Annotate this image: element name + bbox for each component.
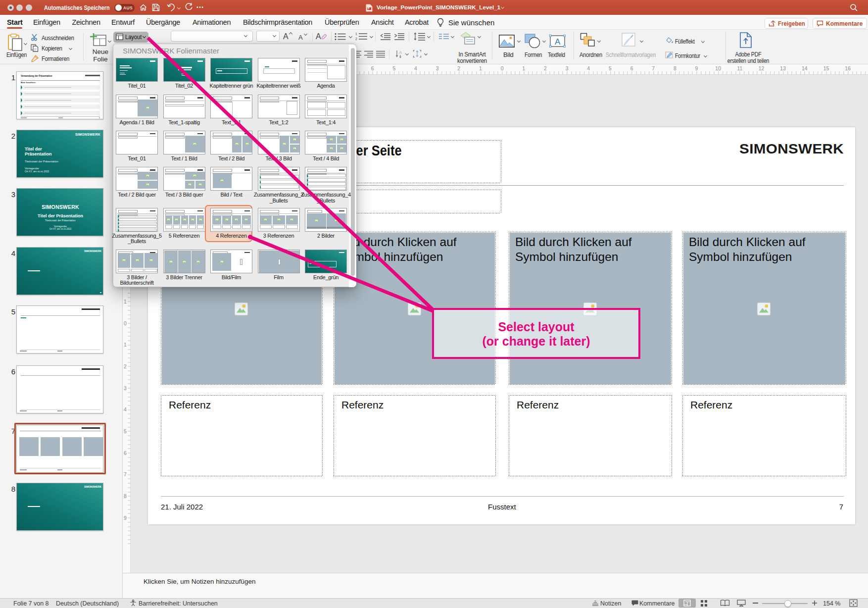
- svg-text:1: 1: [355, 32, 357, 36]
- svg-text:A: A: [555, 37, 561, 47]
- svg-text:2: 2: [355, 37, 357, 41]
- svg-text:A: A: [399, 50, 402, 55]
